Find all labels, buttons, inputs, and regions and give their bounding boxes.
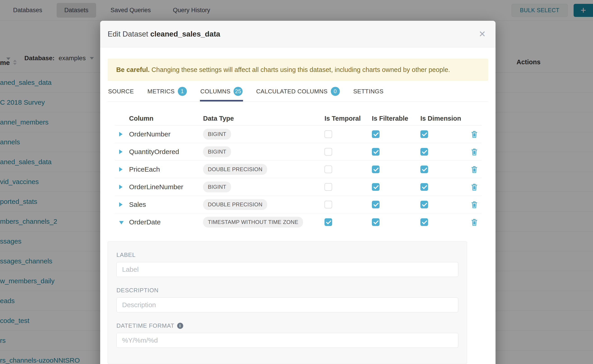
description-field-label-text: DESCRIPTION [116,287,158,294]
is-dimension-cell [419,201,467,208]
modal-tab-settings[interactable]: SETTINGS [353,87,384,101]
column-name: QuantityOrdered [126,148,201,156]
expand-cell [115,220,126,224]
is-temporal-checkbox[interactable] [324,148,332,156]
is-dimension-cell [419,130,467,138]
info-icon[interactable]: i [177,323,183,329]
edit-dataset-modal: Edit Dataset cleaned_sales_data ✕ Be car… [100,21,495,364]
modal-title: Edit Dataset cleaned_sales_data [108,30,220,38]
data-type-cell: BIGINT [201,146,323,157]
is-filterable-checkbox[interactable] [372,183,380,191]
is-filterable-checkbox[interactable] [372,148,380,156]
datetime-format-input[interactable] [116,333,458,348]
modal-tab-metrics[interactable]: METRICS1 [147,87,187,101]
delete-column-button[interactable] [471,183,478,191]
is-temporal-checkbox[interactable] [324,130,332,138]
modal-body: Be careful. Changing these settings will… [100,59,495,364]
is-filterable-cell [370,130,419,138]
is-dimension-cell [419,218,467,226]
delete-column-button[interactable] [471,201,478,208]
data-type-cell: BIGINT [201,129,323,140]
delete-column-button[interactable] [471,148,478,156]
is-temporal-checkbox[interactable] [324,166,332,173]
expand-caret-icon[interactable] [119,132,123,136]
is-filterable-checkbox[interactable] [372,130,380,138]
is-filterable-checkbox[interactable] [372,166,380,173]
label-input[interactable] [116,262,458,277]
is-dimension-cell [419,148,467,156]
is-dimension-cell [419,166,467,173]
is-temporal-cell [323,218,370,226]
tab-label: METRICS [147,88,175,95]
description-field-label: DESCRIPTION [116,287,458,294]
is-temporal-checkbox[interactable] [324,201,332,208]
datetime-format-label-text: DATETIME FORMAT [116,322,174,329]
is-filterable-cell [370,183,419,191]
column-row: OrderLineNumberBIGINT [115,178,481,196]
tab-count-badge: 0 [331,87,340,96]
actions-cell [467,148,481,156]
is-dimension-checkbox[interactable] [420,130,428,138]
columns-table: Column Data Type Is Temporal Is Filterab… [115,112,481,231]
data-type-pill: DOUBLE PRECISION [203,164,267,175]
is-temporal-cell [323,201,370,208]
is-temporal-checkbox[interactable] [324,183,332,191]
datetime-format-field-label: DATETIME FORMAT i [116,322,458,329]
data-type-cell: DOUBLE PRECISION [201,164,323,175]
is-dimension-checkbox[interactable] [420,201,428,208]
data-type-pill: BIGINT [203,129,231,140]
expand-caret-icon[interactable] [119,202,123,207]
column-name: OrderNumber [126,130,201,138]
column-row: SalesDOUBLE PRECISION [115,196,481,213]
tab-label: SETTINGS [353,88,384,95]
is-filterable-checkbox[interactable] [372,201,380,208]
is-filterable-checkbox[interactable] [372,218,380,226]
actions-cell [467,183,481,191]
warning-bold-text: Be careful. [116,66,150,73]
warning-banner: Be careful. Changing these settings will… [108,59,488,81]
is-dimension-checkbox[interactable] [420,218,428,226]
is-dimension-checkbox[interactable] [420,148,428,156]
header-is-temporal: Is Temporal [323,115,370,122]
delete-column-button[interactable] [471,166,478,173]
is-temporal-checkbox[interactable] [324,218,332,226]
column-row: OrderDateTIMESTAMP WITHOUT TIME ZONE [115,213,481,231]
tab-label: CALCULATED COLUMNS [256,88,327,95]
is-dimension-cell [419,183,467,191]
expand-cell [115,202,126,207]
tab-count-badge: 1 [178,87,187,96]
collapse-caret-icon[interactable] [119,221,124,224]
delete-column-button[interactable] [471,218,478,226]
is-temporal-cell [323,166,370,173]
data-type-cell: TIMESTAMP WITHOUT TIME ZONE [201,217,323,228]
modal-tab-source[interactable]: SOURCE [108,87,134,101]
close-icon[interactable]: ✕ [476,28,488,40]
column-row: QuantityOrderedBIGINT [115,143,481,161]
expand-caret-icon[interactable] [119,150,123,154]
data-type-cell: BIGINT [201,182,323,192]
modal-tab-calculated-columns[interactable]: CALCULATED COLUMNS0 [256,87,340,101]
column-name: PriceEach [126,166,201,173]
tab-count-badge: 25 [234,87,243,96]
column-row: PriceEachDOUBLE PRECISION [115,161,481,178]
column-row: OrderNumberBIGINT [115,125,481,143]
is-dimension-checkbox[interactable] [420,183,428,191]
data-type-pill: TIMESTAMP WITHOUT TIME ZONE [203,217,303,228]
is-dimension-checkbox[interactable] [420,166,428,173]
expand-cell [115,185,126,189]
delete-column-button[interactable] [471,130,478,138]
columns-table-header-row: Column Data Type Is Temporal Is Filterab… [115,112,481,125]
expand-caret-icon[interactable] [119,167,123,172]
actions-cell [467,166,481,173]
data-type-pill: BIGINT [203,182,231,192]
modal-title-prefix: Edit Dataset [108,30,148,38]
description-input[interactable] [116,298,458,312]
modal-tab-columns[interactable]: COLUMNS25 [200,87,243,101]
column-name: Sales [126,201,201,208]
is-filterable-cell [370,201,419,208]
header-column: Column [126,115,201,122]
expand-caret-icon[interactable] [119,185,123,189]
is-temporal-cell [323,148,370,156]
is-filterable-cell [370,148,419,156]
column-detail-panel: LABEL DESCRIPTION DATETIME FORMAT i [108,241,467,364]
